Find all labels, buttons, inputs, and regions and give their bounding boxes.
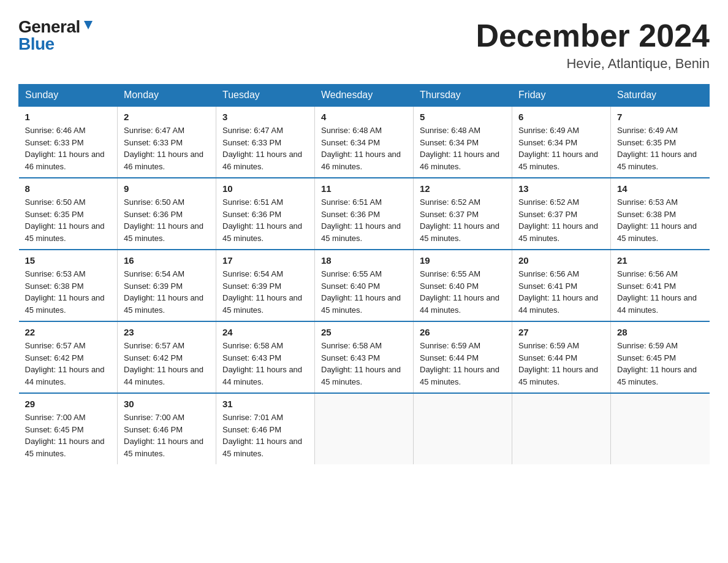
day-info: Sunrise: 6:49 AMSunset: 6:34 PMDaylight:… [518,124,604,172]
calendar-cell: 8Sunrise: 6:50 AMSunset: 6:35 PMDaylight… [19,178,118,250]
header-sunday: Sunday [19,85,118,107]
day-number: 20 [518,255,604,266]
calendar-cell: 24Sunrise: 6:58 AMSunset: 6:43 PMDayligh… [216,321,315,393]
day-info: Sunrise: 6:59 AMSunset: 6:45 PMDaylight:… [617,340,703,388]
day-number: 18 [321,255,407,266]
logo-triangle-icon [82,18,95,32]
header-friday: Friday [512,85,611,107]
day-number: 8 [25,183,112,194]
day-info: Sunrise: 6:54 AMSunset: 6:39 PMDaylight:… [124,268,210,316]
day-number: 21 [617,255,703,266]
month-title: December 2024 [476,18,710,53]
day-number: 25 [321,327,407,337]
calendar-week-row-3: 15Sunrise: 6:53 AMSunset: 6:38 PMDayligh… [19,250,710,321]
calendar-week-row-4: 22Sunrise: 6:57 AMSunset: 6:42 PMDayligh… [19,321,710,393]
calendar-week-row-2: 8Sunrise: 6:50 AMSunset: 6:35 PMDaylight… [19,178,710,250]
calendar-cell: 29Sunrise: 7:00 AMSunset: 6:45 PMDayligh… [19,393,118,464]
calendar-cell: 12Sunrise: 6:52 AMSunset: 6:37 PMDayligh… [414,178,512,250]
day-info: Sunrise: 6:50 AMSunset: 6:35 PMDaylight:… [25,196,112,244]
calendar-table: Sunday Monday Tuesday Wednesday Thursday… [18,84,710,464]
day-number: 10 [222,183,308,194]
day-info: Sunrise: 6:54 AMSunset: 6:39 PMDaylight:… [222,268,308,316]
day-info: Sunrise: 6:52 AMSunset: 6:37 PMDaylight:… [518,196,604,244]
day-number: 2 [124,112,210,122]
day-info: Sunrise: 6:59 AMSunset: 6:44 PMDaylight:… [420,340,506,388]
day-number: 16 [124,255,210,266]
day-info: Sunrise: 6:51 AMSunset: 6:36 PMDaylight:… [321,196,407,244]
calendar-cell [611,393,710,464]
calendar-cell: 7Sunrise: 6:49 AMSunset: 6:35 PMDaylight… [611,106,710,178]
calendar-cell: 27Sunrise: 6:59 AMSunset: 6:44 PMDayligh… [512,321,611,393]
calendar-cell: 16Sunrise: 6:54 AMSunset: 6:39 PMDayligh… [118,250,216,321]
day-number: 7 [617,112,703,122]
day-number: 27 [518,327,604,337]
calendar-cell: 22Sunrise: 6:57 AMSunset: 6:42 PMDayligh… [19,321,118,393]
calendar-cell [512,393,611,464]
header-tuesday: Tuesday [216,85,315,107]
header-saturday: Saturday [611,85,710,107]
day-info: Sunrise: 6:47 AMSunset: 6:33 PMDaylight:… [222,124,308,172]
day-number: 24 [222,327,308,337]
logo-general-text: General [18,18,80,36]
day-info: Sunrise: 6:53 AMSunset: 6:38 PMDaylight:… [25,268,112,316]
day-number: 17 [222,255,308,266]
calendar-cell [414,393,512,464]
day-number: 11 [321,183,407,194]
page-header: General Blue December 2024 Hevie, Atlant… [18,18,710,72]
calendar-cell: 3Sunrise: 6:47 AMSunset: 6:33 PMDaylight… [216,106,315,178]
day-number: 19 [420,255,506,266]
day-number: 12 [420,183,506,194]
day-number: 13 [518,183,604,194]
day-number: 29 [25,399,112,409]
calendar-cell: 13Sunrise: 6:52 AMSunset: 6:37 PMDayligh… [512,178,611,250]
calendar-cell: 6Sunrise: 6:49 AMSunset: 6:34 PMDaylight… [512,106,611,178]
calendar-cell: 5Sunrise: 6:48 AMSunset: 6:34 PMDaylight… [414,106,512,178]
day-info: Sunrise: 6:48 AMSunset: 6:34 PMDaylight:… [420,124,506,172]
day-info: Sunrise: 7:01 AMSunset: 6:46 PMDaylight:… [222,412,308,459]
day-info: Sunrise: 6:46 AMSunset: 6:33 PMDaylight:… [25,124,112,172]
day-number: 22 [25,327,112,337]
day-number: 26 [420,327,506,337]
calendar-cell: 20Sunrise: 6:56 AMSunset: 6:41 PMDayligh… [512,250,611,321]
calendar-cell: 11Sunrise: 6:51 AMSunset: 6:36 PMDayligh… [315,178,414,250]
day-number: 23 [124,327,210,337]
calendar-cell: 15Sunrise: 6:53 AMSunset: 6:38 PMDayligh… [19,250,118,321]
calendar-cell: 10Sunrise: 6:51 AMSunset: 6:36 PMDayligh… [216,178,315,250]
calendar-cell: 18Sunrise: 6:55 AMSunset: 6:40 PMDayligh… [315,250,414,321]
day-info: Sunrise: 6:56 AMSunset: 6:41 PMDaylight:… [617,268,703,316]
day-number: 31 [222,399,308,409]
calendar-cell [315,393,414,464]
calendar-week-row-5: 29Sunrise: 7:00 AMSunset: 6:45 PMDayligh… [19,393,710,464]
logo-blue-text: Blue [18,34,55,53]
calendar-cell: 19Sunrise: 6:55 AMSunset: 6:40 PMDayligh… [414,250,512,321]
day-info: Sunrise: 6:50 AMSunset: 6:36 PMDaylight:… [124,196,210,244]
calendar-cell: 21Sunrise: 6:56 AMSunset: 6:41 PMDayligh… [611,250,710,321]
calendar-header-row: Sunday Monday Tuesday Wednesday Thursday… [19,85,710,107]
day-number: 5 [420,112,506,122]
calendar-cell: 9Sunrise: 6:50 AMSunset: 6:36 PMDaylight… [118,178,216,250]
day-info: Sunrise: 7:00 AMSunset: 6:46 PMDaylight:… [124,412,210,459]
calendar-cell: 1Sunrise: 6:46 AMSunset: 6:33 PMDaylight… [19,106,118,178]
day-number: 28 [617,327,703,337]
header-monday: Monday [118,85,216,107]
day-number: 15 [25,255,112,266]
day-info: Sunrise: 6:53 AMSunset: 6:38 PMDaylight:… [617,196,703,244]
title-block: December 2024 Hevie, Atlantique, Benin [476,18,710,72]
day-info: Sunrise: 6:49 AMSunset: 6:35 PMDaylight:… [617,124,703,172]
day-info: Sunrise: 6:58 AMSunset: 6:43 PMDaylight:… [222,340,308,388]
calendar-cell: 25Sunrise: 6:58 AMSunset: 6:43 PMDayligh… [315,321,414,393]
calendar-cell: 30Sunrise: 7:00 AMSunset: 6:46 PMDayligh… [118,393,216,464]
day-info: Sunrise: 6:55 AMSunset: 6:40 PMDaylight:… [420,268,506,316]
calendar-week-row-1: 1Sunrise: 6:46 AMSunset: 6:33 PMDaylight… [19,106,710,178]
day-info: Sunrise: 6:47 AMSunset: 6:33 PMDaylight:… [124,124,210,172]
day-info: Sunrise: 6:52 AMSunset: 6:37 PMDaylight:… [420,196,506,244]
day-info: Sunrise: 6:57 AMSunset: 6:42 PMDaylight:… [124,340,210,388]
calendar-cell: 31Sunrise: 7:01 AMSunset: 6:46 PMDayligh… [216,393,315,464]
day-info: Sunrise: 6:56 AMSunset: 6:41 PMDaylight:… [518,268,604,316]
day-info: Sunrise: 6:48 AMSunset: 6:34 PMDaylight:… [321,124,407,172]
day-number: 30 [124,399,210,409]
calendar-cell: 23Sunrise: 6:57 AMSunset: 6:42 PMDayligh… [118,321,216,393]
day-number: 9 [124,183,210,194]
day-number: 6 [518,112,604,122]
calendar-cell: 26Sunrise: 6:59 AMSunset: 6:44 PMDayligh… [414,321,512,393]
